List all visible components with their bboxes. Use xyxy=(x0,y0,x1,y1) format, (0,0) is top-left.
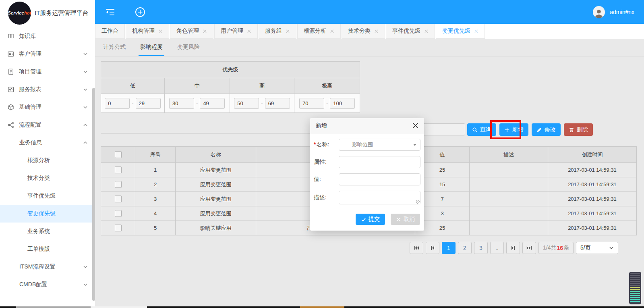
tab-user-mgmt[interactable]: 用户管理 xyxy=(214,24,258,39)
sidebar-item-knowledge-base[interactable]: 知识库 xyxy=(0,27,95,45)
close-icon[interactable] xyxy=(330,29,334,33)
col-header-description: 描述 xyxy=(470,147,548,163)
sidebar-item-business-info[interactable]: 业务信息 xyxy=(0,134,95,152)
first-page-button[interactable] xyxy=(410,242,423,254)
sidebar-item-cmdb-config[interactable]: CMDB配置 xyxy=(0,276,95,293)
sidebar-item-label: 技术分类 xyxy=(27,175,50,182)
close-icon[interactable] xyxy=(158,29,163,33)
close-icon[interactable] xyxy=(424,29,429,33)
row-checkbox[interactable] xyxy=(115,196,122,202)
sidebar-item-business-system[interactable]: 业务系统 xyxy=(0,223,95,240)
high-min-input[interactable] xyxy=(234,98,259,109)
user-area[interactable]: admin#nx xyxy=(593,6,634,18)
sidebar-item-project-mgmt[interactable]: 项目管理 xyxy=(0,63,95,81)
first-page-icon xyxy=(414,246,419,250)
sidebar-item-ticket-template[interactable]: 工单模版 xyxy=(0,240,95,258)
attribute-field-label: 属性: xyxy=(314,158,339,166)
tab-change-priority[interactable]: 变更优先级 xyxy=(436,24,485,39)
close-icon[interactable] xyxy=(203,29,207,33)
page-ellipsis[interactable]: .. xyxy=(490,242,504,254)
tab-label: 技术分类 xyxy=(348,27,371,35)
prev-page-icon xyxy=(430,246,435,250)
sidebar-scrollbar[interactable] xyxy=(92,88,95,301)
tab-label: 用户管理 xyxy=(221,27,243,35)
top-navbar: admin#nx xyxy=(95,0,644,24)
page-button-1[interactable]: 1 xyxy=(442,242,456,254)
sidebar-item-change-priority[interactable]: 变更优先级 xyxy=(0,205,95,223)
name-select[interactable]: 影响范围 xyxy=(339,139,420,151)
cell-description xyxy=(470,221,548,235)
description-textarea[interactable] xyxy=(339,191,420,204)
critical-max-input[interactable] xyxy=(330,98,355,109)
value-input[interactable] xyxy=(339,173,420,185)
medium-min-input[interactable] xyxy=(169,98,194,109)
sidebar-item-service-report[interactable]: 服务报表 xyxy=(0,81,95,98)
name-field-row: *名称: 影响范围 xyxy=(314,139,420,151)
person-icon xyxy=(594,8,604,18)
priority-level-high: 高 xyxy=(230,78,294,94)
high-max-input[interactable] xyxy=(265,98,290,109)
close-icon[interactable] xyxy=(286,29,290,33)
tab-service-group[interactable]: 服务组 xyxy=(259,24,296,39)
next-page-button[interactable] xyxy=(506,242,520,254)
row-checkbox[interactable] xyxy=(115,181,122,188)
delete-button[interactable]: 删除 xyxy=(564,123,593,136)
low-min-input[interactable] xyxy=(105,98,130,109)
sidebar-item-incident-priority[interactable]: 事件优先级 xyxy=(0,187,95,205)
avatar[interactable] xyxy=(593,6,605,18)
add-button[interactable]: 新增 xyxy=(499,123,528,136)
x-icon xyxy=(396,217,401,222)
taskbar-segment xyxy=(91,306,147,308)
close-icon[interactable] xyxy=(247,29,251,33)
row-checkbox[interactable] xyxy=(115,210,122,217)
row-checkbox[interactable] xyxy=(115,225,122,231)
submit-button[interactable]: 提交 xyxy=(356,214,385,225)
sidebar-item-itsm-process[interactable]: ITSM流程设置 xyxy=(0,258,95,276)
sidebar-item-process-config[interactable]: 流程配置 xyxy=(0,116,95,134)
tab-role-mgmt[interactable]: 角色管理 xyxy=(170,24,213,39)
attribute-field-row: 属性: xyxy=(314,156,420,168)
attribute-input[interactable] xyxy=(339,156,420,168)
query-button[interactable]: 查询 xyxy=(467,123,496,136)
sidebar-item-tech-category[interactable]: 技术分类 xyxy=(0,169,95,187)
tab-tech-category[interactable]: 技术分类 xyxy=(342,24,385,39)
last-page-button[interactable] xyxy=(522,242,536,254)
sidebar-item-customer-mgmt[interactable]: 客户管理 xyxy=(0,45,95,63)
page-button-3[interactable]: 3 xyxy=(474,242,488,254)
cancel-button[interactable]: 取消 xyxy=(391,214,420,225)
sidebar-item-root-cause[interactable]: 根源分析 xyxy=(0,152,95,169)
close-icon[interactable] xyxy=(374,29,379,33)
edit-button[interactable]: 修改 xyxy=(532,123,561,136)
tab-org-mgmt[interactable]: 机构管理 xyxy=(126,24,169,39)
add-tab-icon[interactable] xyxy=(135,6,146,18)
sidebar-item-label: ITSM流程设置 xyxy=(19,263,55,271)
search-icon xyxy=(472,127,478,133)
trash-icon xyxy=(569,127,574,133)
cell-created: 2017-03-01 14:59:31 xyxy=(548,206,637,221)
tab-workbench[interactable]: 工作台 xyxy=(95,24,125,39)
critical-min-input[interactable] xyxy=(299,98,324,109)
collapse-menu-icon[interactable] xyxy=(105,6,116,18)
prev-page-button[interactable] xyxy=(426,242,439,254)
page-count-text: 1/4共 xyxy=(543,244,556,252)
tab-incident-priority[interactable]: 事件优先级 xyxy=(386,24,435,39)
subtab-formula[interactable]: 计算公式 xyxy=(101,39,127,56)
tab-root-cause[interactable]: 根源分析 xyxy=(297,24,341,39)
page-button-2[interactable]: 2 xyxy=(458,242,472,254)
range-separator: - xyxy=(196,100,198,106)
close-icon[interactable] xyxy=(474,29,478,33)
low-max-input[interactable] xyxy=(136,98,161,109)
page-size-select[interactable]: 5/页 xyxy=(576,242,618,254)
button-label: 查询 xyxy=(480,126,491,133)
sidebar-menu: 知识库 客户管理 项目管理 服务报表 基础管理 xyxy=(0,27,95,293)
select-all-checkbox[interactable] xyxy=(115,151,122,158)
sidebar-item-base-mgmt[interactable]: 基础管理 xyxy=(0,98,95,116)
row-checkbox[interactable] xyxy=(115,166,122,173)
cell-name: 应用变更范围 xyxy=(176,206,256,221)
subtab-change-risk[interactable]: 变更风险 xyxy=(176,39,201,56)
medium-max-input[interactable] xyxy=(200,98,225,109)
subtab-impact-degree[interactable]: 影响程度 xyxy=(139,39,164,56)
tab-label: 工作台 xyxy=(101,27,118,35)
app-title: IT服务运营管理平台 xyxy=(35,9,88,17)
dialog-close-icon[interactable] xyxy=(412,123,418,129)
